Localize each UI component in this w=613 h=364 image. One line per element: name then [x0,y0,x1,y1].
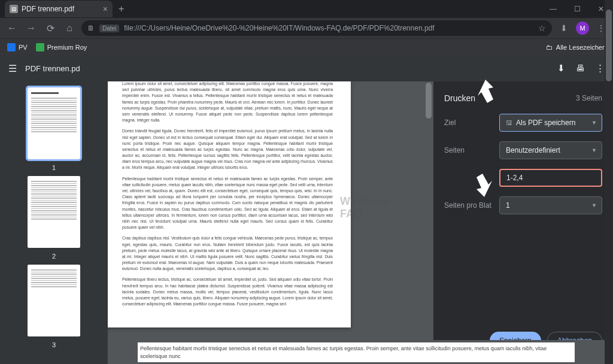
thumbnail-page-3[interactable] [28,265,80,336]
bookmark-pv[interactable]: PV [7,43,28,51]
preview-scrollbar[interactable] [426,81,432,364]
pdf-page: Windows-FAQ – PDF trennen Lorem ipsum do… [108,81,351,327]
download-pdf-icon[interactable]: ⬇ [557,63,565,74]
thumbnail-sidebar: 1 2 3 [0,81,108,364]
print-pdf-icon[interactable]: 🖶 [576,63,585,74]
chevron-down-icon: ▼ [591,147,597,153]
browser-tab[interactable]: ▤ PDF trennen.pdf × [5,1,113,17]
bookmarks-bar: PV Premium Roy 🗀 Alle Lesezeichen [0,38,613,55]
scheme-label: Datei [99,25,119,32]
window-controls: — ☐ ✕ [541,0,613,18]
minimize-button[interactable]: — [541,0,565,18]
back-button[interactable]: ← [5,23,19,34]
save-icon: 🖫 [506,119,512,126]
thumbnail-page-2[interactable] [28,176,80,248]
print-dialog-title: Drucken [444,93,475,103]
home-button[interactable]: ⌂ [62,23,77,34]
destination-select[interactable]: 🖫 Als PDF speichern ▼ [499,114,602,132]
print-dialog: Drucken 3 Seiten Ziel 🖫 Als PDF speicher… [433,81,613,364]
destination-label: Ziel [444,119,499,127]
forward-button[interactable]: → [24,23,38,34]
tab-title: PDF trennen.pdf [22,5,99,13]
chevron-down-icon: ▼ [591,202,597,208]
reload-button[interactable]: ⟳ [43,23,57,34]
thumbnail-page-1[interactable] [28,87,80,159]
folder-icon: 🗀 [546,44,553,51]
pages-label: Seiten [444,146,499,154]
address-bar[interactable]: 🗎 Datei file:///C:/Users/Heine/OneDrive%… [81,20,552,36]
main-area: 1 2 3 Windows-FAQ – PDF trennen Lorem ip… [0,81,613,364]
titlebar: ▤ PDF trennen.pdf × + — ☐ ✕ [0,0,613,18]
page-paragraph: Lorem ipsum dolor sit amet, consectetuer… [122,81,333,123]
page-range-input[interactable] [499,169,602,187]
pages-per-sheet-select[interactable]: 1 ▼ [499,196,602,214]
page-paragraph: Cras dapibus dapibus nisl. Vestibulum qu… [122,235,333,272]
next-page-peek: Pellentesque habitant morbi tristique se… [108,340,605,364]
bookmark-icon [36,43,44,51]
chevron-down-icon: ▼ [591,120,597,126]
browser-toolbar: ← → ⟳ ⌂ 🗎 Datei file:///C:/Users/Heine/O… [0,18,613,38]
pdf-favicon-icon: ▤ [10,5,18,13]
file-icon: 🗎 [87,24,95,32]
page-paragraph: Donec blandit feugiat ligula. Donec hend… [122,128,333,171]
bookmark-star-icon[interactable]: ☆ [538,23,546,33]
pdf-viewer-header: ☰ PDF trennen.pd ⬇ 🖶 ⋮ [0,55,613,81]
pages-mode-select[interactable]: Benutzerdefiniert ▼ [499,141,602,159]
maximize-button[interactable]: ☐ [565,0,589,18]
thumb-number: 1 [52,164,56,171]
hamburger-icon[interactable]: ☰ [8,63,17,74]
thumb-number: 3 [52,341,56,348]
bookmark-royal[interactable]: Premium Roy [36,43,87,51]
thumb-number: 2 [52,253,56,260]
bookmark-icon [7,43,16,51]
all-bookmarks-button[interactable]: 🗀 Alle Lesezeichen [546,44,606,51]
close-tab-icon[interactable]: × [103,4,108,14]
page-paragraph: Pellentesque libero lectus, tristique ac… [122,277,333,307]
pdf-document-title: PDF trennen.pd [25,64,80,73]
pages-per-sheet-label: Seiten pro Blat [444,201,499,210]
pdf-preview-area: Windows-FAQ – PDF trennen Lorem ipsum do… [108,81,433,364]
new-tab-button[interactable]: + [113,4,130,14]
profile-avatar[interactable]: M [576,22,589,35]
url-text: file:///C:/Users/Heine/OneDrive%20-%20He… [124,24,533,32]
print-page-count: 3 Seiten [576,94,602,102]
main-scrollbar[interactable] [605,0,613,364]
page-paragraph: Pellentesque habitant morbi tristique se… [122,176,333,231]
more-icon[interactable]: ⋮ [596,63,605,74]
download-icon[interactable]: ⬇ [557,23,571,33]
